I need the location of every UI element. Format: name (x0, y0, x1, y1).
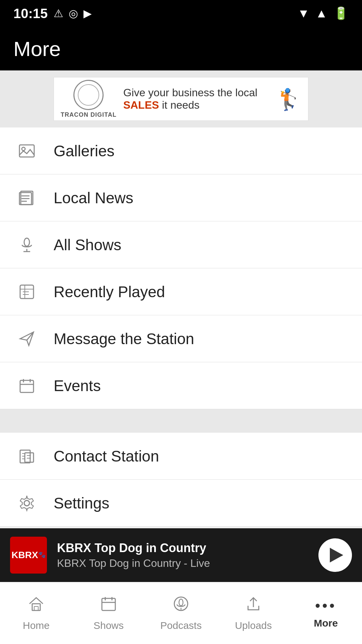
svg-rect-0 (19, 145, 34, 157)
play-icon (330, 548, 343, 562)
player-logo: KBRX 🐾 (10, 537, 47, 574)
contact-station-icon (13, 443, 40, 470)
player-bar[interactable]: KBRX 🐾 KBRX Top Dog in Country KBRX Top … (0, 528, 362, 582)
ad-text: Give your business the local SALES it ne… (123, 87, 269, 111)
ad-logo: TRACON DIGITAL (61, 80, 117, 118)
all-shows-icon (13, 231, 40, 258)
menu-item-message-station[interactable]: Message the Station (0, 315, 362, 362)
menu-item-galleries[interactable]: Galleries (0, 127, 362, 174)
warning-icon: ⚠ (54, 7, 63, 20)
secondary-menu-list: Contact Station Settings (0, 433, 362, 527)
wifi-icon: ▼ (298, 6, 310, 20)
home-icon (27, 595, 45, 616)
bottom-nav: Home Shows Podcasts (0, 582, 362, 644)
status-icons: ⚠ ◎ ▶ (54, 7, 92, 20)
ad-golf-icon: 🏌 (274, 85, 303, 113)
battery-icon: 🔋 (334, 6, 349, 20)
local-news-icon (13, 184, 40, 211)
svg-point-7 (24, 238, 29, 246)
ad-banner[interactable]: TRACON DIGITAL Give your business the lo… (0, 70, 362, 127)
nav-label-podcasts: Podcasts (160, 620, 201, 631)
nav-item-shows[interactable]: Shows (72, 582, 145, 644)
page-title: More (13, 37, 61, 61)
recently-played-icon (13, 278, 40, 305)
more-dots-icon: ••• (315, 597, 337, 614)
nav-label-more: More (314, 618, 338, 629)
status-time: 10:15 (13, 6, 48, 21)
ad-logo-text: TRACON DIGITAL (61, 111, 117, 118)
svg-point-37 (179, 599, 183, 606)
play-store-icon: ▶ (83, 7, 92, 20)
signal-icon: ▲ (315, 6, 327, 20)
nav-item-uploads[interactable]: Uploads (217, 582, 290, 644)
menu-item-settings[interactable]: Settings (0, 480, 362, 527)
contact-station-label: Contact Station (54, 447, 159, 465)
nav-label-uploads: Uploads (235, 620, 272, 631)
all-shows-label: All Shows (54, 236, 121, 254)
player-station-name: KBRX Top Dog in Country (57, 541, 308, 555)
settings-icon (13, 490, 40, 517)
nav-item-home[interactable]: Home (0, 582, 72, 644)
settings-label: Settings (54, 494, 109, 512)
nav-item-podcasts[interactable]: Podcasts (145, 582, 217, 644)
uploads-icon (245, 595, 262, 616)
svg-rect-17 (20, 380, 34, 392)
svg-rect-30 (32, 604, 40, 610)
svg-rect-32 (102, 598, 115, 610)
svg-rect-31 (34, 606, 38, 610)
play-button[interactable] (318, 538, 352, 572)
menu-item-all-shows[interactable]: All Shows (0, 221, 362, 268)
menu-item-local-news[interactable]: Local News (0, 174, 362, 221)
shows-nav-icon (100, 595, 117, 616)
message-station-label: Message the Station (54, 330, 194, 348)
nav-label-home: Home (23, 620, 50, 631)
menu-item-events[interactable]: Events (0, 362, 362, 409)
status-bar: 10:15 ⚠ ◎ ▶ ▼ ▲ 🔋 (0, 0, 362, 27)
events-label: Events (54, 377, 101, 395)
svg-point-1 (22, 147, 25, 151)
galleries-label: Galleries (54, 142, 115, 160)
events-icon (13, 372, 40, 399)
menu-item-contact-station[interactable]: Contact Station (0, 433, 362, 480)
message-station-icon (13, 325, 40, 352)
player-info: KBRX Top Dog in Country KBRX Top Dog in … (57, 541, 308, 570)
header: More (0, 27, 362, 70)
menu-item-recently-played[interactable]: Recently Played (0, 268, 362, 315)
target-icon: ◎ (69, 7, 78, 20)
ad-logo-circle (73, 80, 104, 110)
status-bar-left: 10:15 ⚠ ◎ ▶ (13, 6, 92, 21)
nav-label-shows: Shows (94, 620, 124, 631)
ad-sales-text: SALES (123, 99, 159, 111)
ad-inner: TRACON DIGITAL Give your business the lo… (54, 77, 308, 121)
nav-item-more[interactable]: ••• More (290, 582, 362, 644)
section-divider (0, 409, 362, 433)
podcasts-icon (172, 595, 190, 616)
recently-played-label: Recently Played (54, 283, 165, 301)
galleries-icon (13, 138, 40, 164)
primary-menu-list: Galleries Local News All Shows (0, 127, 362, 409)
status-bar-right: ▼ ▲ 🔋 (298, 6, 349, 20)
local-news-label: Local News (54, 189, 133, 207)
svg-point-29 (24, 500, 29, 506)
svg-rect-22 (25, 453, 34, 462)
player-subtitle: KBRX Top Dog in Country - Live (57, 557, 308, 570)
